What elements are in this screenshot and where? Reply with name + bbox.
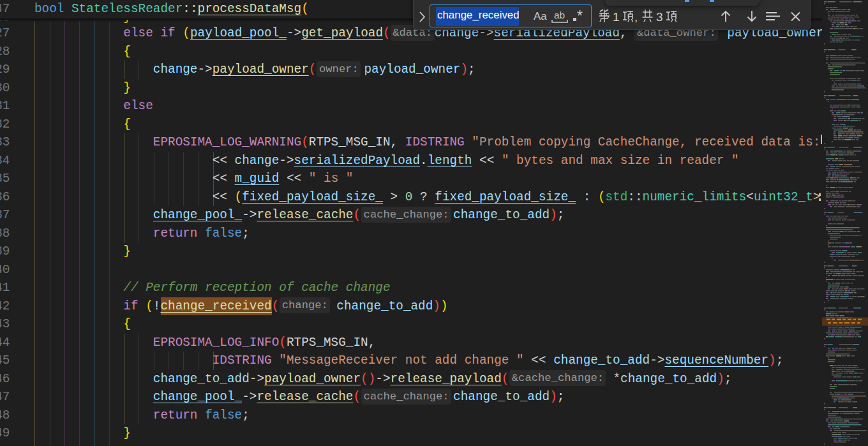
svg-text:1: 1 (613, 10, 620, 24)
svg-text:,: , (634, 10, 638, 24)
svg-text:3: 3 (656, 10, 663, 24)
